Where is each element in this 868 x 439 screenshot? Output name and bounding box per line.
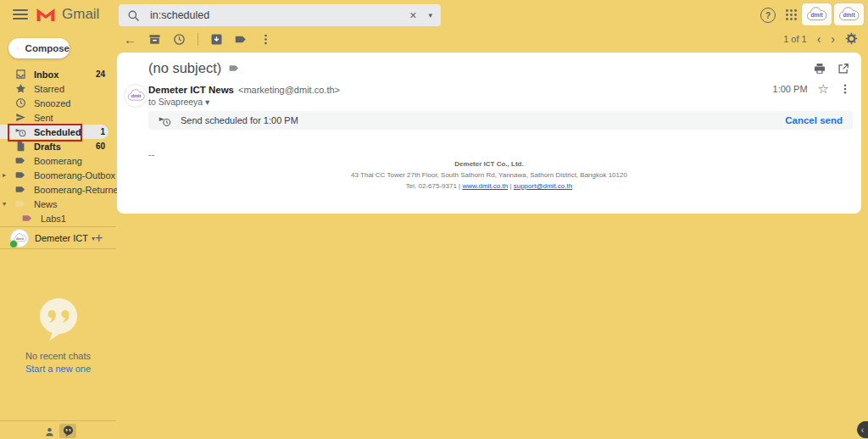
signature-address: 43 Thai CC Tower 27th Floor, South Satho… [117, 171, 861, 179]
schedule-send-icon [15, 126, 26, 137]
sidebar-item-label: Scheduled [34, 127, 100, 137]
account-name: Demeter ICT [35, 233, 88, 243]
print-icon[interactable] [814, 63, 826, 75]
clock-icon [15, 97, 26, 108]
contacts-icon[interactable] [44, 426, 55, 437]
email-time: 1:00 PM [773, 84, 808, 94]
sidebar-item-boomerang[interactable]: Boomerang [0, 153, 108, 168]
archive-icon[interactable] [148, 33, 161, 46]
label-icon [15, 155, 26, 166]
support-email-link[interactable]: support@dmit.co.th [514, 182, 572, 190]
sender-email: <marketing@dmit.co.th> [238, 85, 340, 95]
divider [0, 420, 116, 421]
gmail-app: Gmail in:scheduled × ▾ ? Compose Inbox 2… [0, 0, 868, 439]
sidebar-item-boomerang-returned[interactable]: Boomerang-Returned [0, 182, 108, 197]
more-options-icon[interactable] [839, 83, 851, 95]
scheduled-send-banner: Send scheduled for 1:00 PM Cancel send [148, 111, 853, 130]
snooze-icon[interactable] [173, 33, 186, 46]
inbox-icon [15, 69, 26, 80]
older-icon[interactable]: › [831, 33, 835, 45]
main-menu-icon[interactable] [13, 9, 28, 21]
email-toolbar: ← [124, 33, 272, 46]
sidebar-item-inbox[interactable]: Inbox 24 [0, 67, 108, 81]
dmit-logo-icon [837, 7, 860, 23]
divider [198, 33, 198, 46]
label-icon [15, 198, 26, 209]
search-bar[interactable]: in:scheduled × ▾ [119, 4, 441, 26]
star-icon [15, 83, 26, 94]
sidebar-item-starred[interactable]: Starred [0, 81, 108, 96]
email-subject: (no subject) [148, 60, 221, 76]
signature-contact: Tel. 02-675-9371 | www.dmit.co.th | supp… [117, 182, 861, 190]
hangouts-icon[interactable] [59, 424, 76, 438]
gmail-logo: Gmail [36, 6, 99, 23]
divider [0, 226, 116, 227]
move-to-icon[interactable] [210, 33, 223, 46]
search-icon[interactable] [127, 9, 140, 22]
apps-grid-icon[interactable] [785, 8, 798, 21]
sender-name: Demeter ICT News [148, 85, 234, 95]
start-new-chat-link[interactable]: Start a new one [0, 364, 116, 374]
gmail-m-icon [36, 7, 56, 22]
back-icon[interactable]: ← [124, 33, 136, 46]
recipient-details[interactable]: to Sivapreeya ▾ [148, 97, 209, 107]
label-icon [15, 169, 26, 181]
sidebar-item-drafts[interactable]: Drafts 60 [0, 139, 108, 153]
cancel-send-button[interactable]: Cancel send [785, 115, 843, 125]
collapse-panel-icon[interactable]: ‹ [857, 421, 868, 438]
sidebar-item-label: Inbox [34, 69, 96, 80]
website-link[interactable]: www.dmit.co.th [462, 182, 508, 190]
pagination-toolbar: 1 of 1 ‹ › [783, 32, 858, 45]
divider [0, 248, 116, 249]
hangouts-glyph-icon [63, 425, 74, 437]
label-icon [15, 184, 26, 195]
signature-tel: Tel. 02-675-9371 | [406, 182, 463, 190]
sidebar-item-label: Sent [34, 113, 108, 123]
more-options-icon[interactable] [259, 33, 272, 46]
account-badge[interactable] [834, 3, 864, 25]
sidebar-item-boomerang-outbox[interactable]: ▸ Boomerang-Outbox [0, 168, 108, 182]
clear-search-icon[interactable]: × [409, 8, 416, 22]
open-in-new-icon[interactable] [837, 63, 849, 75]
online-status-dot [9, 240, 18, 248]
avatar [10, 229, 29, 247]
collapse-icon[interactable]: ▾ [3, 200, 6, 208]
sender-avatar [124, 84, 147, 108]
compose-plus-icon [17, 42, 19, 54]
sidebar-item-label: Boomerang-Outbox [34, 170, 115, 181]
scheduled-banner-text: Send scheduled for 1:00 PM [181, 115, 785, 125]
sidebar-item-count: 1 [100, 127, 105, 136]
sidebar-item-label: Boomerang [34, 156, 108, 166]
labels-icon[interactable] [235, 33, 248, 46]
sidebar-item-label: Snoozed [34, 98, 108, 108]
help-icon[interactable]: ? [760, 8, 776, 23]
search-options-icon[interactable]: ▾ [428, 11, 432, 19]
expand-icon[interactable]: ▸ [3, 171, 6, 179]
pagination-count: 1 of 1 [783, 34, 807, 44]
sidebar-item-count: 60 [96, 142, 105, 151]
workspace-badge[interactable] [802, 3, 832, 25]
hangouts-bubble-icon [36, 297, 81, 342]
email-card: (no subject) Demeter ICT News <marketing… [117, 53, 861, 214]
star-icon[interactable]: ☆ [818, 83, 829, 95]
sidebar-item-labs1[interactable]: Labs1 [0, 211, 108, 225]
dmit-logo-icon [126, 89, 146, 103]
sidebar-item-sent[interactable]: Sent [0, 110, 108, 125]
sidebar-item-news[interactable]: ▾ News [0, 197, 108, 211]
settings-gear-icon[interactable] [845, 32, 858, 45]
sidebar-item-scheduled[interactable]: Scheduled 1 [0, 125, 108, 139]
compose-button[interactable]: Compose [8, 38, 70, 58]
sidebar-item-label: Labs1 [41, 214, 108, 224]
search-input[interactable]: in:scheduled [150, 9, 409, 21]
sidebar-item-label: Drafts [34, 142, 96, 152]
newer-icon[interactable]: ‹ [817, 33, 821, 45]
chat-empty-state: No recent chats Start a new one [0, 297, 116, 374]
new-conversation-icon[interactable]: + [95, 231, 103, 246]
app-name: Gmail [62, 6, 99, 23]
signature-delimiter: -- [148, 149, 154, 159]
add-label-icon[interactable] [229, 63, 240, 74]
sidebar-item-snoozed[interactable]: Snoozed [0, 96, 108, 110]
schedule-send-icon [159, 114, 171, 127]
sidebar-item-label: Starred [34, 84, 108, 94]
compose-label: Compose [25, 43, 70, 53]
